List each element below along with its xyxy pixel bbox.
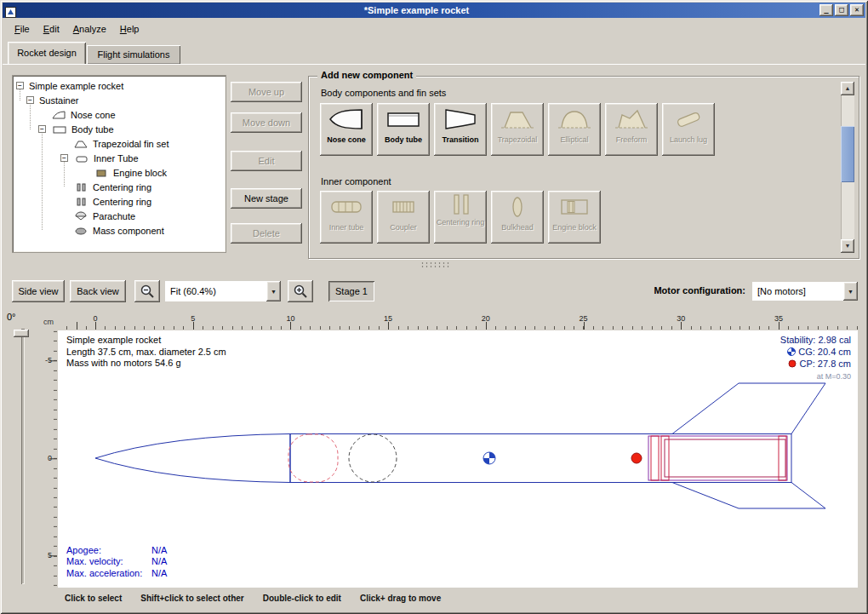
side-view-button[interactable]: Side view [12, 280, 65, 302]
maximize-button[interactable]: □ [835, 4, 848, 16]
add-inner-tube-button[interactable]: Inner tube [320, 191, 373, 244]
horizontal-ruler: 0 5 10 15 20 25 30 35 [58, 313, 858, 330]
motor-configuration-value: [No motors] [752, 282, 843, 301]
move-down-button[interactable]: Move down [231, 112, 302, 133]
motor-configuration-select[interactable]: [No motors] ▼ [752, 282, 858, 301]
tree-item-label: Inner Tube [94, 153, 139, 164]
zoom-value: Fit (60.4%) [165, 281, 266, 301]
coupler-icon [385, 191, 422, 223]
back-view-button[interactable]: Back view [70, 280, 126, 302]
centering-ring-outline [651, 436, 659, 480]
new-stage-button[interactable]: New stage [231, 188, 302, 209]
add-body-tube-button[interactable]: Body tube [377, 103, 430, 156]
add-coupler-button[interactable]: Coupler [377, 191, 430, 244]
nose-cone-icon [52, 111, 66, 119]
edit-button[interactable]: Edit [231, 151, 302, 171]
collapse-icon[interactable]: − [16, 82, 24, 89]
menu-analyze[interactable]: Analyze [68, 22, 111, 36]
collapse-icon[interactable]: − [26, 96, 34, 104]
close-button[interactable]: ✕ [850, 4, 864, 16]
cg-line: CG: 20.4 cm [780, 347, 851, 359]
centering-ring-icon [74, 183, 88, 192]
rotation-slider-track[interactable] [21, 329, 25, 584]
scroll-up-button[interactable]: ▲ [841, 82, 854, 95]
tree-item-centering-ring-1[interactable]: Centering ring [13, 180, 226, 194]
tree-item-label: Nose cone [71, 110, 116, 120]
max-velocity-line: Max. velocity:N/A [66, 556, 167, 568]
add-bulkhead-button[interactable]: Bulkhead [491, 191, 544, 244]
zoom-out-button[interactable] [134, 280, 160, 302]
add-launch-lug-button[interactable]: Launch lug [662, 103, 715, 156]
scrollbar-thumb[interactable] [841, 126, 854, 182]
add-engine-block-button[interactable]: Engine block [548, 191, 601, 244]
menu-help[interactable]: Help [115, 22, 145, 36]
tree-item-centering-ring-2[interactable]: Centering ring [13, 194, 226, 209]
tree-item-sustainer[interactable]: − Sustainer [13, 93, 226, 107]
scroll-down-button[interactable]: ▼ [841, 239, 854, 253]
menu-edit[interactable]: Edit [38, 22, 65, 36]
button-label: Launch lug [670, 135, 707, 144]
body-tube-outline [290, 434, 791, 483]
tree-item-rocket[interactable]: − Simple example rocket [13, 78, 226, 93]
tab-flight-simulations[interactable]: Flight simulations [87, 45, 180, 64]
rocket-design-canvas[interactable]: Simple example rocket Length 37.5 cm, ma… [58, 330, 858, 588]
zoom-select[interactable]: Fit (60.4%) ▼ [165, 281, 281, 301]
tree-item-label: Mass component [93, 226, 164, 236]
tree-item-mass-component[interactable]: Mass component [13, 223, 226, 238]
menu-file[interactable]: File [9, 22, 35, 36]
max-acceleration-label: Max. acceleration: [66, 568, 151, 580]
tree-item-label: Body tube [71, 124, 114, 135]
delete-button[interactable]: Delete [231, 223, 302, 244]
rocket-mass: Mass with no motors 54.6 g [66, 358, 226, 370]
fin-set-icon [74, 140, 88, 148]
add-freeform-fin-button[interactable]: Freeform [605, 103, 658, 156]
collapse-icon[interactable]: − [38, 125, 46, 133]
add-nose-cone-button[interactable]: Nose cone [320, 103, 373, 156]
tree-item-label: Centering ring [93, 182, 151, 192]
chevron-down-icon[interactable]: ▼ [843, 282, 858, 301]
add-transition-button[interactable]: Transition [434, 103, 487, 156]
component-tree[interactable]: − Simple example rocket − Sustainer Nose… [12, 75, 226, 253]
hint-click-drag: Click+ drag to move [360, 594, 441, 603]
body-components-label: Body components and fin sets [321, 88, 446, 98]
tree-item-parachute[interactable]: Parachute [13, 209, 226, 223]
button-label: Transition [442, 135, 478, 144]
split-pane-handle[interactable] [420, 261, 449, 269]
chevron-down-icon[interactable]: ▼ [266, 281, 281, 301]
add-centering-ring-button[interactable]: Centering ring [434, 191, 487, 244]
rotation-slider-handle[interactable] [14, 330, 29, 337]
ruler-unit-label: cm [39, 313, 58, 330]
move-up-button[interactable]: Move up [231, 82, 302, 102]
flight-info: Apogee:N/A Max. velocity:N/A Max. accele… [66, 545, 167, 580]
tab-rocket-design[interactable]: Rocket design [8, 42, 86, 64]
design-viewport: cm 0 5 10 15 20 25 30 35 -5 0 5 [39, 313, 859, 589]
app-window: *Simple example rocket _ □ ✕ File Edit A… [0, 0, 868, 614]
tree-item-engine-block[interactable]: Engine block [13, 165, 226, 180]
inner-component-label: Inner component [321, 176, 391, 186]
stage-1-toggle[interactable]: Stage 1 [328, 281, 374, 301]
cp-line: CP: 27.8 cm [780, 359, 851, 371]
mass-component-icon [74, 227, 88, 235]
component-panel-scrollbar[interactable]: ▲ ▼ [841, 82, 854, 253]
status-bar: Click to select Shift+click to select ot… [65, 594, 441, 603]
button-label: Engine block [552, 223, 597, 232]
add-trapezoidal-fin-button[interactable]: Trapezoidal [491, 103, 544, 156]
tree-item-fin-set[interactable]: Trapezoidal fin set [13, 136, 226, 151]
zoom-in-button[interactable] [288, 280, 313, 302]
transition-icon [442, 103, 479, 135]
tree-item-inner-tube[interactable]: − Inner Tube [13, 151, 226, 165]
cg-value: CG: 20.4 cm [798, 347, 851, 357]
nose-cone-icon [328, 103, 365, 135]
tree-item-nose-cone[interactable]: Nose cone [13, 107, 226, 122]
max-acceleration-line: Max. acceleration:N/A [66, 568, 167, 580]
minimize-button[interactable]: _ [819, 4, 833, 16]
tree-item-label: Parachute [93, 211, 135, 221]
bulkhead-icon [499, 191, 536, 223]
app-icon [5, 7, 16, 18]
tree-item-body-tube[interactable]: − Body tube [13, 122, 226, 136]
max-velocity-value: N/A [151, 556, 167, 566]
collapse-icon[interactable]: − [60, 154, 68, 162]
hint-click-select: Click to select [65, 594, 122, 603]
stability-info: Stability: 2.98 cal CG: 20.4 cm CP: 27.8… [780, 335, 851, 382]
add-elliptical-fin-button[interactable]: Elliptical [548, 103, 601, 156]
